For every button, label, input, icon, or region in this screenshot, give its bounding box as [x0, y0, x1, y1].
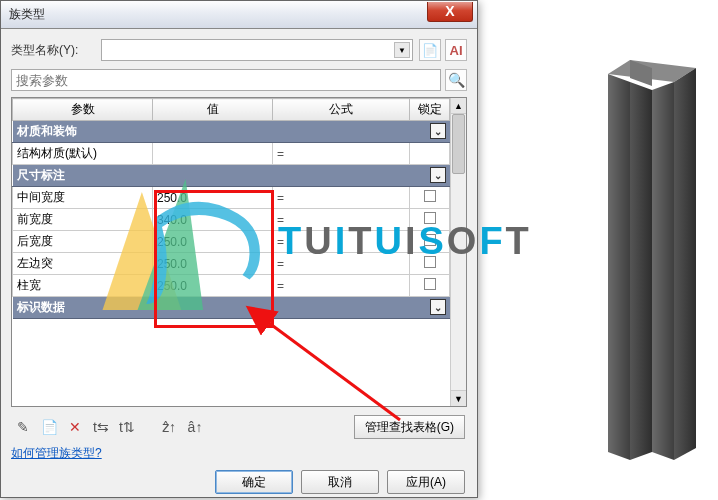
- edit-param-icon[interactable]: ✎: [13, 417, 33, 437]
- scroll-thumb[interactable]: [452, 114, 465, 174]
- lock-checkbox[interactable]: [424, 278, 436, 290]
- col-lock[interactable]: 锁定: [410, 99, 450, 121]
- collapse-icon[interactable]: ⌄: [430, 123, 446, 139]
- section-identity[interactable]: 标识数据⌄: [13, 297, 450, 319]
- col-param[interactable]: 参数: [13, 99, 153, 121]
- table-row[interactable]: 后宽度250.0: [13, 231, 450, 253]
- svg-marker-6: [652, 82, 674, 460]
- new-param-icon[interactable]: 📄: [39, 417, 59, 437]
- search-button[interactable]: 🔍: [445, 69, 467, 91]
- table-row[interactable]: 结构材质(默认): [13, 143, 450, 165]
- manage-lookup-button[interactable]: 管理查找表格(G): [354, 415, 465, 439]
- type-name-label: 类型名称(Y):: [11, 42, 101, 59]
- collapse-icon[interactable]: ⌄: [430, 167, 446, 183]
- svg-marker-7: [674, 68, 696, 460]
- type-name-dropdown[interactable]: ▼: [101, 39, 413, 61]
- section-material[interactable]: 材质和装饰⌄: [13, 121, 450, 143]
- table-row[interactable]: 柱宽250.0: [13, 275, 450, 297]
- search-input[interactable]: [11, 69, 441, 91]
- rename-type-icon[interactable]: AI: [445, 39, 467, 61]
- reorder-param-icon[interactable]: t⇅: [117, 417, 137, 437]
- table-row[interactable]: 中间宽度250.0: [13, 187, 450, 209]
- scroll-up-icon[interactable]: ▲: [451, 98, 466, 114]
- section-dimension[interactable]: 尺寸标注⌄: [13, 165, 450, 187]
- column-3d-preview: [608, 60, 698, 460]
- col-formula[interactable]: 公式: [273, 99, 410, 121]
- collapse-icon[interactable]: ⌄: [430, 299, 446, 315]
- lock-checkbox[interactable]: [424, 234, 436, 246]
- parameter-grid: 参数 值 公式 锁定 材质和装饰⌄ 结构材质(默认): [11, 97, 467, 407]
- svg-marker-4: [608, 74, 630, 460]
- scroll-down-icon[interactable]: ▼: [451, 390, 466, 406]
- lock-checkbox[interactable]: [424, 212, 436, 224]
- dialog-title: 族类型: [9, 6, 427, 23]
- table-row[interactable]: 左边突250.0: [13, 253, 450, 275]
- vertical-scrollbar[interactable]: ▲ ▼: [450, 98, 466, 406]
- move-param-icon[interactable]: t⇆: [91, 417, 111, 437]
- sort-desc-icon[interactable]: â↑: [185, 417, 205, 437]
- family-types-dialog: 族类型 X 类型名称(Y): ▼ 📄 AI 🔍 参数: [0, 0, 478, 498]
- ok-button[interactable]: 确定: [215, 470, 293, 494]
- sort-asc-icon[interactable]: ẑ↑: [159, 417, 179, 437]
- titlebar[interactable]: 族类型 X: [1, 1, 477, 29]
- help-link[interactable]: 如何管理族类型?: [11, 446, 102, 460]
- cancel-button[interactable]: 取消: [301, 470, 379, 494]
- lock-checkbox[interactable]: [424, 190, 436, 202]
- col-value[interactable]: 值: [153, 99, 273, 121]
- lock-checkbox[interactable]: [424, 256, 436, 268]
- apply-button[interactable]: 应用(A): [387, 470, 465, 494]
- dropdown-arrow-icon: ▼: [394, 42, 410, 58]
- close-button[interactable]: X: [427, 2, 473, 22]
- svg-marker-5: [630, 82, 652, 460]
- new-type-icon[interactable]: 📄: [419, 39, 441, 61]
- table-row[interactable]: 前宽度340.0: [13, 209, 450, 231]
- delete-param-icon[interactable]: ✕: [65, 417, 85, 437]
